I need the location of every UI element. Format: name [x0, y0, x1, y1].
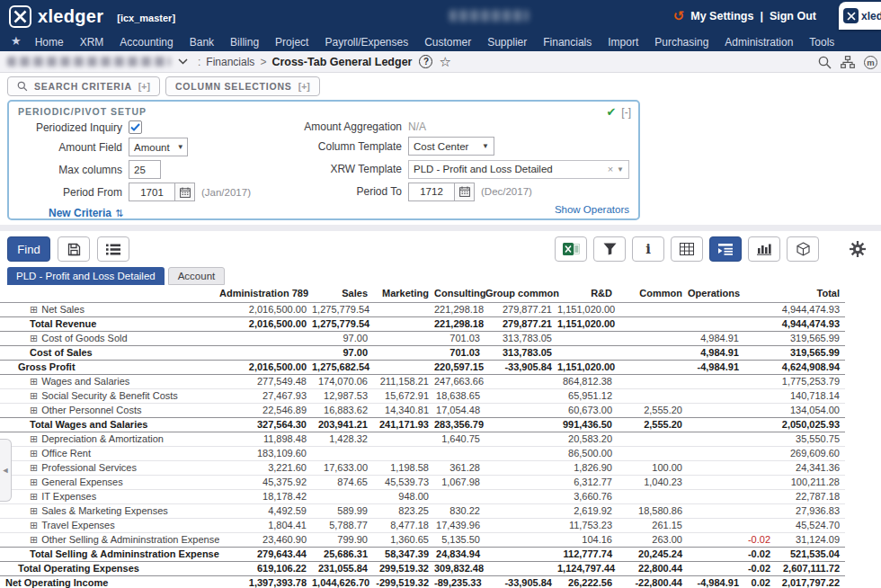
nav-item-bank[interactable]: Bank	[182, 36, 222, 49]
cell[interactable]: 823.25	[373, 503, 434, 518]
cell[interactable]: -0.02	[744, 561, 776, 575]
cell[interactable]: 269,609.60	[776, 446, 845, 460]
sign-out-link[interactable]: Sign Out	[770, 10, 816, 22]
cell[interactable]: 309,832.48	[434, 561, 485, 575]
table-row[interactable]: ⊞Wages and Salaries277,549.48174,070.062…	[0, 374, 845, 388]
column-template-select[interactable]: Cost Center▼	[408, 137, 494, 156]
cell[interactable]: 24,341.36	[776, 460, 845, 475]
cell[interactable]: 1,151,020.00	[557, 360, 618, 374]
tab-account[interactable]: Account	[168, 267, 226, 285]
cell[interactable]: 97.00	[312, 331, 373, 345]
cell[interactable]: 86,500.00	[557, 446, 618, 460]
cell[interactable]: 134,054.00	[776, 403, 845, 417]
xledger-logo[interactable]: xledger [icx_master]	[9, 5, 175, 28]
my-settings-link[interactable]: My Settings	[690, 10, 753, 22]
table-row[interactable]: ⊞Other Personnel Costs22,546.8916,883.62…	[0, 403, 845, 417]
cell[interactable]: 16,883.62	[312, 403, 373, 417]
table-row[interactable]: ⊞Professional Services3,221.6017,633.001…	[0, 460, 845, 475]
cell[interactable]: 20,245.24	[618, 547, 688, 561]
cell[interactable]: 319,565.99	[776, 331, 845, 345]
dropdown-arrow-icon[interactable]: ▼	[617, 165, 624, 174]
cell[interactable]: 27,936.83	[776, 503, 845, 518]
cell[interactable]: 279,877.21	[485, 302, 557, 316]
cell[interactable]: 2,050,025.93	[776, 417, 845, 432]
table-row[interactable]: ⊞IT Expenses18,178.42948.003,660.7622,78…	[0, 489, 845, 503]
cell[interactable]: 100.00	[618, 460, 688, 475]
cell[interactable]: 112,777.74	[557, 547, 618, 561]
cell[interactable]: 35,550.75	[776, 432, 845, 446]
calendar-icon[interactable]	[175, 183, 195, 201]
table-row[interactable]: Net Operating Income1,397,393.781,044,62…	[0, 575, 845, 588]
cell[interactable]: 1,151,020.00	[557, 302, 618, 316]
cell[interactable]: 15,672.91	[373, 388, 434, 403]
nav-item-accounting[interactable]: Accounting	[111, 36, 181, 49]
cell[interactable]: 4,944,474.93	[776, 302, 845, 316]
cell[interactable]: 2,619.92	[557, 503, 618, 518]
table-row[interactable]: ⊞Office Rent183,109.6086,500.00269,609.6…	[0, 446, 845, 460]
cell[interactable]: 279,877.21	[485, 316, 557, 331]
expand-plus-icon[interactable]: ⊞	[30, 376, 38, 388]
search-criteria-panel-toggle[interactable]: SEARCH CRITERIA [+]	[7, 76, 160, 96]
search-icon[interactable]	[818, 56, 832, 69]
table-row[interactable]: ⊞Depreciation & Amortization11,898.481,4…	[0, 432, 845, 446]
cell[interactable]: 220,597.15	[434, 360, 485, 374]
column-header-total[interactable]: Total	[776, 286, 845, 302]
cell[interactable]: 3,221.60	[219, 460, 312, 475]
column-header-r-d[interactable]: R&D	[557, 286, 618, 302]
help-icon[interactable]: ?	[419, 55, 432, 68]
nav-item-payroll-expenses[interactable]: Payroll/Expenses	[316, 36, 416, 49]
cell[interactable]: 1,428.32	[312, 432, 373, 446]
cell[interactable]: 17,439.96	[434, 518, 485, 532]
cell[interactable]: 18,580.86	[618, 503, 688, 518]
table-row[interactable]: Cost of Sales97.00701.03313,783.054,984.…	[0, 345, 845, 360]
expand-plus-icon[interactable]: ⊞	[30, 520, 38, 531]
cell[interactable]: 4,984.91	[688, 345, 744, 360]
cell[interactable]: 2,016,500.00	[219, 360, 312, 374]
cell[interactable]: 18,178.42	[219, 489, 312, 503]
cell[interactable]: 11,753.23	[557, 518, 618, 532]
cell[interactable]: 2,607,111.72	[776, 561, 845, 575]
cell[interactable]: 319,565.99	[776, 345, 845, 360]
nav-item-supplier[interactable]: Supplier	[479, 36, 535, 49]
excel-export-button[interactable]	[555, 236, 587, 262]
cell[interactable]: 24,834.94	[434, 547, 485, 561]
cell[interactable]: -33,905.84	[485, 575, 557, 588]
column-header-common[interactable]: Common	[618, 286, 688, 302]
cell[interactable]: 22,787.18	[776, 489, 845, 503]
expand-plus-icon[interactable]: ⊞	[30, 448, 38, 459]
corner-app-tab[interactable]: xledger	[839, 2, 881, 30]
nav-item-tools[interactable]: Tools	[801, 36, 842, 49]
cell[interactable]: 619,106.22	[219, 561, 312, 575]
cell[interactable]: 948.00	[373, 489, 434, 503]
cell[interactable]: 241,171.93	[373, 417, 434, 432]
cell[interactable]: 203,941.21	[312, 417, 373, 432]
cell[interactable]: 1,067.98	[434, 475, 485, 489]
cell[interactable]: 4,492.59	[219, 503, 312, 518]
cell[interactable]: -4,984.91	[688, 575, 744, 588]
cell[interactable]: 263.00	[618, 532, 688, 547]
nav-item-xrm[interactable]: XRM	[72, 36, 112, 49]
cell[interactable]: 22,546.89	[219, 403, 312, 417]
history-icon[interactable]: ↺	[673, 8, 685, 24]
expand-plus-icon[interactable]: ⊞	[30, 491, 38, 503]
cell[interactable]: -0.02	[744, 547, 776, 561]
table-row[interactable]: Total Wages and Salaries327,564.30203,94…	[0, 417, 845, 432]
cell[interactable]: 279,643.44	[219, 547, 312, 561]
cell[interactable]: 1,040.23	[618, 475, 688, 489]
column-header-group-common[interactable]: Group common	[485, 286, 557, 302]
cell[interactable]: 174,070.06	[312, 374, 373, 388]
cell[interactable]: 17,054.48	[434, 403, 485, 417]
column-header-consulting[interactable]: Consulting	[434, 286, 485, 302]
favorite-star-icon[interactable]: ★	[11, 34, 22, 48]
cell[interactable]: 183,109.60	[219, 446, 312, 460]
cell[interactable]: 23,460.90	[219, 532, 312, 547]
cell[interactable]: 299,519.32	[373, 561, 434, 575]
table-row[interactable]: Total Selling & Admininstration Expenses…	[0, 547, 845, 561]
cell[interactable]: 2,016,500.00	[219, 316, 312, 331]
cell[interactable]: 4,984.91	[688, 331, 744, 345]
saved-searches-button[interactable]	[97, 236, 129, 262]
expand-plus-icon[interactable]: ⊞	[30, 433, 38, 445]
cell[interactable]: 1,124,797.44	[557, 561, 618, 575]
table-row[interactable]: ⊞Net Sales2,016,500.001,275,779.54221,29…	[0, 302, 845, 316]
cell[interactable]: 991,436.50	[557, 417, 618, 432]
